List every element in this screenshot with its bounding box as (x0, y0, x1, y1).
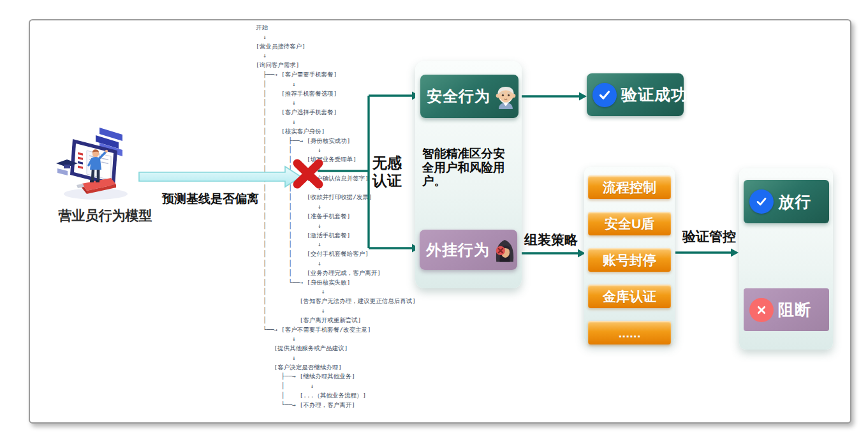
allow-box: 放行 (744, 180, 829, 223)
safe-behavior-label: 安全行为 (427, 86, 490, 107)
strategy-panel: 流程控制 安全U盾 账号封停 金库认证 ...... (584, 167, 675, 344)
strategy-more: ...... (588, 321, 671, 344)
allow-label: 放行 (778, 191, 811, 212)
predict-baseline-label: 预测基线是否偏离 (162, 191, 259, 207)
model-label: 营业员行为模型 (26, 207, 185, 225)
risk-behavior-label: 外挂行为 (426, 240, 490, 260)
safe-behavior-box: 安全行为 (420, 75, 519, 118)
strategy-flow-control: 流程控制 (588, 175, 671, 199)
classification-description: 智能精准区分安全用户和风险用户。 (422, 147, 513, 188)
strategy-u-shield: 安全U盾 (588, 212, 671, 235)
risk-behavior-box: 外挂行为 (420, 230, 517, 270)
strategy-vault-auth: 金库认证 (588, 285, 671, 308)
cross-icon (749, 298, 774, 322)
behavior-model-illustration (56, 119, 135, 203)
hooded-hacker-icon (492, 236, 517, 264)
check-icon (749, 189, 774, 214)
behavior-flowchart-text: 开始 ↓ [营业员接待客户] ↓ [询问客户需求] ├──→ [客户需要手机套餐… (256, 23, 416, 410)
seamless-auth-label: 无感认证 (372, 154, 407, 189)
check-icon (592, 83, 617, 107)
block-label: 阻断 (778, 299, 811, 320)
elder-user-icon (493, 82, 519, 110)
verify-control-label: 验证管控 (676, 228, 742, 246)
diagram-canvas: 营业员行为模型 预测基线是否偏离 开始 ↓ [营业员接待客户] ↓ [询问客户需… (0, 0, 868, 444)
verify-success-label: 验证成功 (621, 84, 688, 105)
assemble-strategy-label: 组装策略 (517, 231, 585, 249)
strategy-account-ban: 账号封停 (588, 248, 671, 272)
block-box: 阻断 (744, 288, 829, 331)
verify-success-box: 验证成功 (587, 73, 684, 116)
